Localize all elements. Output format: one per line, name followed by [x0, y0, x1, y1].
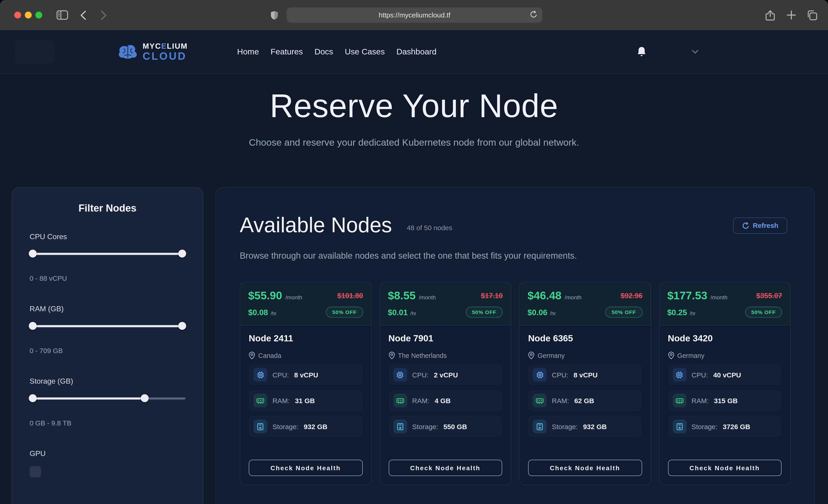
- sidebar-toggle-icon[interactable]: [56, 10, 68, 20]
- storage-spec-row: Storage: 932 GB: [528, 416, 642, 437]
- address-bar[interactable]: https://myceliumcloud.tf: [287, 7, 542, 23]
- panel-title: Available Nodes: [240, 213, 392, 237]
- share-icon[interactable]: [765, 10, 775, 21]
- price-header: $55.90/month $101.80 $0.08/hr 50% OFF: [240, 282, 371, 326]
- gpu-checkbox[interactable]: [30, 466, 41, 478]
- location-pin-icon: [528, 351, 535, 359]
- hourly-price: $0.01: [388, 307, 408, 317]
- node-card: $177.53/month $355.07 $0.25/hr 50% OFF N…: [659, 282, 791, 485]
- close-window-button[interactable]: [14, 12, 21, 18]
- original-price: $355.07: [756, 292, 782, 299]
- site-logo[interactable]: MYCELIUM CLOUD: [117, 42, 188, 61]
- chevron-down-icon[interactable]: [692, 50, 699, 54]
- storage-slider[interactable]: [30, 394, 185, 402]
- filter-label-cpu-cores: CPU Cores: [30, 232, 185, 241]
- new-tab-icon[interactable]: [786, 10, 796, 20]
- slider-handle-min[interactable]: [29, 394, 37, 402]
- shield-icon: [271, 10, 278, 20]
- filter-panel-title: Filter Nodes: [30, 203, 185, 214]
- ram-icon: [253, 394, 267, 408]
- check-node-health-button[interactable]: Check Node Health: [528, 460, 642, 476]
- monthly-price: $55.90: [248, 289, 282, 302]
- slider-handle-max[interactable]: [141, 394, 149, 402]
- logo-text: MYCELIUM CLOUD: [142, 42, 188, 61]
- nav-link-dashboard[interactable]: Dashboard: [397, 47, 437, 56]
- node-name: Node 2411: [249, 334, 362, 344]
- back-button[interactable]: [80, 10, 86, 20]
- nav-ghost-box: [15, 40, 55, 64]
- filter-label-storage: Storage (GB): [30, 377, 185, 385]
- filter-range-storage: 0 GB - 9.8 TB: [30, 419, 185, 427]
- refresh-icon: [742, 222, 749, 229]
- location-pin-icon: [388, 351, 395, 359]
- ram-value: 62 GB: [574, 396, 594, 404]
- nav-link-features[interactable]: Features: [271, 47, 303, 56]
- location-pin-icon: [249, 351, 255, 359]
- check-node-health-button[interactable]: Check Node Health: [668, 460, 782, 476]
- ram-slider[interactable]: [30, 322, 185, 330]
- monthly-price: $177.53: [667, 289, 707, 302]
- monthly-price: $8.55: [388, 289, 416, 302]
- hero-section: Reserve Your Node Choose and reserve you…: [0, 74, 828, 149]
- storage-value: 3726 GB: [723, 422, 750, 430]
- slider-handle-max[interactable]: [178, 250, 186, 257]
- cpu-icon: [253, 368, 267, 382]
- location-pin-icon: [668, 351, 674, 359]
- slider-handle-max[interactable]: [178, 322, 186, 330]
- original-price: $17.10: [481, 292, 503, 299]
- cpu-spec-row: CPU: 2 vCPU: [388, 364, 502, 385]
- node-card: $46.48/month $92.96 $0.06/hr 50% OFF Nod…: [519, 282, 651, 485]
- panel-header: Available Nodes 48 of 50 nodes Refresh: [240, 213, 791, 237]
- filter-panel: Filter Nodes CPU Cores 0 - 88 vCPU RAM (…: [12, 187, 203, 504]
- zoom-window-button[interactable]: [35, 12, 42, 18]
- slider-fill: [30, 325, 185, 327]
- slider-handle-min[interactable]: [29, 250, 37, 257]
- storage-value: 932 GB: [304, 422, 328, 430]
- browser-window: https://myceliumcloud.tf: [0, 0, 828, 504]
- check-node-health-button[interactable]: Check Node Health: [249, 460, 362, 476]
- card-body: Node 6365 Germany CPU: 8 vCPU RAM: 62 GB: [520, 326, 650, 485]
- forward-button[interactable]: [101, 10, 107, 20]
- page-title: Reserve Your Node: [0, 87, 828, 125]
- nav-link-use-cases[interactable]: Use Cases: [345, 47, 385, 56]
- ram-icon: [533, 394, 547, 408]
- notifications-bell-icon[interactable]: [637, 46, 646, 57]
- price-header: $8.55/month $17.10 $0.01/hr 50% OFF: [380, 282, 511, 326]
- refresh-button[interactable]: Refresh: [733, 217, 788, 234]
- filter-label-ram: RAM (GB): [30, 305, 185, 313]
- hourly-price: $0.25: [667, 307, 687, 317]
- cpu-spec-row: CPU: 8 vCPU: [528, 364, 642, 385]
- node-location: Germany: [677, 352, 704, 359]
- minimize-window-button[interactable]: [25, 12, 32, 18]
- slider-fill: [30, 252, 185, 255]
- filter-label-gpu: GPU: [30, 449, 185, 458]
- reload-button[interactable]: [530, 10, 538, 19]
- check-node-health-button[interactable]: Check Node Health: [388, 460, 502, 476]
- hourly-price: $0.06: [528, 307, 547, 317]
- nav-link-docs[interactable]: Docs: [315, 47, 333, 56]
- panel-description: Browse through our available nodes and s…: [240, 251, 791, 261]
- tab-overview-icon[interactable]: [806, 10, 818, 21]
- discount-badge: 50% OFF: [326, 307, 363, 318]
- ram-icon: [672, 394, 686, 408]
- storage-value: 932 GB: [583, 422, 607, 430]
- storage-icon: [393, 419, 407, 433]
- storage-icon: [533, 419, 547, 433]
- node-cards-row: $55.90/month $101.80 $0.08/hr 50% OFF No…: [240, 282, 791, 485]
- node-location: Canada: [258, 352, 282, 359]
- node-name: Node 3420: [668, 334, 782, 344]
- cpu-spec-row: CPU: 8 vCPU: [249, 364, 362, 385]
- browser-chrome: https://myceliumcloud.tf: [0, 0, 828, 30]
- node-location: The Netherlands: [398, 352, 447, 359]
- site-navbar: MYCELIUM CLOUD Home Features Docs Use Ca…: [0, 30, 828, 74]
- slider-fill: [33, 397, 145, 399]
- ram-value: 315 GB: [714, 396, 738, 404]
- slider-handle-min[interactable]: [29, 322, 37, 330]
- price-header: $177.53/month $355.07 $0.25/hr 50% OFF: [659, 282, 790, 326]
- ram-spec-row: RAM: 62 GB: [528, 390, 642, 411]
- nav-link-home[interactable]: Home: [237, 47, 259, 56]
- price-header: $46.48/month $92.96 $0.06/hr 50% OFF: [520, 282, 650, 326]
- cpu-value: 40 vCPU: [713, 371, 741, 379]
- cpu-cores-slider[interactable]: [30, 250, 185, 257]
- storage-spec-row: Storage: 3726 GB: [668, 416, 782, 437]
